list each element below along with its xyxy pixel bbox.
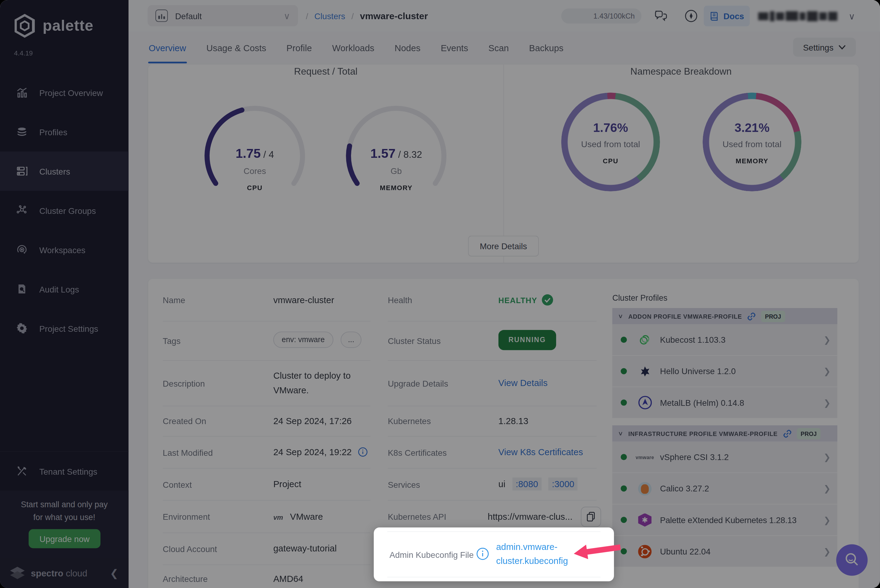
description-value: Cluster to deploy toVMware. (273, 369, 351, 398)
view-details-link[interactable]: View Details (499, 378, 548, 388)
sidebar-item-label: Cluster Groups (39, 206, 96, 215)
breadcrumb-separator: / (351, 11, 354, 20)
gauge-value: 1.75 / 4 (199, 146, 311, 161)
kubecost-icon (637, 332, 652, 347)
tab-nodes[interactable]: Nodes (394, 33, 421, 63)
palette-logo-icon (12, 14, 37, 38)
request-total-title: Request / Total (148, 66, 504, 77)
donut-label: MEMORY (703, 157, 801, 165)
copy-button[interactable] (581, 507, 601, 527)
tab-events[interactable]: Events (440, 33, 469, 63)
info-icon[interactable] (477, 548, 489, 562)
sidebar-collapse-icon[interactable]: ❮ (110, 567, 118, 579)
tag-chip: env: vmware (273, 332, 333, 348)
detail-row-upgrade-details: Upgrade Details View Details (388, 361, 597, 406)
bar-chart-icon (16, 87, 28, 99)
status-dot (621, 548, 627, 554)
profile-layer-kubecost[interactable]: Kubecost 1.103.3 ❯ (612, 324, 837, 356)
sidebar-item-cluster-groups[interactable]: Cluster Groups (0, 191, 129, 230)
user-account-name-blurred[interactable] (758, 9, 842, 22)
user-menu-chevron-icon[interactable]: ∨ (849, 11, 855, 22)
donut-percent: 1.76% (561, 121, 660, 135)
docs-button[interactable]: Docs (704, 6, 750, 26)
service-port-link[interactable]: :3000 (549, 477, 578, 490)
gauge-label: MEMORY (340, 184, 452, 192)
donut-caption: Used from total (703, 139, 801, 149)
profile-layer-metallb[interactable]: MetalLB (Helm) 0.14.8 ❯ (612, 387, 837, 418)
profile-layer-ubuntu[interactable]: Ubuntu 22.04 ❯ (612, 536, 837, 567)
kubernetes-api-value: https://vmware-clus... (488, 512, 573, 522)
view-k8s-certificates-link[interactable]: View K8s Certificates (499, 447, 583, 457)
profile-layer-calico[interactable]: Calico 3.27.2 ❯ (612, 473, 837, 504)
more-details-button[interactable]: More Details (468, 236, 539, 256)
link-icon (783, 429, 792, 438)
detail-row-cluster-status: Cluster Status RUNNING (388, 321, 597, 361)
search-fab-button[interactable] (836, 544, 868, 576)
detail-row-description: Description Cluster to deploy toVMware. (163, 361, 370, 406)
tab-backups[interactable]: Backups (528, 33, 564, 63)
gear-icon (16, 322, 28, 334)
sidebar-item-audit-logs[interactable]: Audit Logs (0, 269, 129, 309)
sidebar-item-label: Profiles (39, 127, 67, 136)
sidebar-item-workspaces[interactable]: Workspaces (0, 230, 129, 269)
promo-text: Start small and only pay for what you us… (0, 498, 129, 524)
sidebar-item-profiles[interactable]: Profiles (0, 112, 129, 152)
status-badge: RUNNING (499, 330, 556, 350)
link-icon (747, 312, 756, 321)
copy-icon (586, 512, 595, 522)
calico-icon (637, 481, 652, 496)
sidebar-item-tenant-settings[interactable]: Tenant Settings (0, 452, 129, 491)
layers-icon (16, 126, 28, 138)
tab-workloads[interactable]: Workloads (331, 33, 375, 63)
sidebar-nav: Project Overview Profiles Clusters (0, 73, 129, 348)
profile-layer-palette-extended-kubernetes[interactable]: ✱ Palette eXtended Kubernetes 1.28.13 ❯ (612, 504, 837, 536)
chevron-right-icon: ❯ (824, 398, 831, 408)
profile-layer-hello-universe[interactable]: Hello Universe 1.2.0 ❯ (612, 356, 837, 387)
tab-usage-costs[interactable]: Usage & Costs (206, 33, 267, 63)
status-dot (621, 454, 627, 460)
chevron-right-icon: ❯ (824, 515, 831, 525)
donut-label: CPU (561, 157, 660, 165)
sidebar: palette 4.4.19 Project Overview Profiles (0, 0, 129, 588)
sidebar-item-project-overview[interactable]: Project Overview (0, 73, 129, 112)
docs-label: Docs (723, 11, 744, 21)
detail-row-architecture: Architecture AMD64 (163, 565, 370, 588)
detail-row-last-modified: Last Modified 24 Sep 2024, 19:22 (163, 436, 370, 469)
tags-more-chip[interactable]: ... (341, 332, 362, 348)
upgrade-now-button[interactable]: Upgrade now (28, 529, 100, 548)
addon-profile-header[interactable]: ∨ ADDON PROFILE VMWARE-PROFILE PROJ (612, 308, 837, 324)
book-icon (709, 11, 720, 21)
chat-icon[interactable] (654, 9, 669, 26)
status-dot (621, 485, 627, 491)
network-nodes-icon (16, 204, 28, 217)
cpu-gauge: 1.75 / 4 Cores CPU (199, 100, 311, 212)
sidebar-item-project-settings[interactable]: Project Settings (0, 309, 129, 348)
chevron-down-icon: ∨ (284, 10, 290, 21)
tab-scan[interactable]: Scan (488, 33, 510, 63)
tab-overview[interactable]: Overview (148, 33, 187, 63)
detail-row-context: Context Project (163, 469, 370, 501)
infrastructure-profile-header[interactable]: ∨ INFRASTRUCTURE PROFILE VMWARE-PROFILE … (612, 425, 837, 441)
cluster-name-value: vmware-cluster (273, 295, 334, 305)
info-icon[interactable] (358, 447, 367, 457)
chevron-down-icon: ∨ (618, 430, 624, 437)
project-selector[interactable]: Default ∨ (147, 5, 298, 27)
context-value: Project (273, 479, 301, 489)
tab-profile[interactable]: Profile (286, 33, 312, 63)
breadcrumb-clusters-link[interactable]: Clusters (315, 11, 345, 20)
service-port-link[interactable]: :8080 (512, 477, 541, 490)
detail-row-services: Services ui :8080 :3000 (388, 469, 597, 501)
settings-button[interactable]: Settings (793, 38, 856, 57)
detail-row-tags: Tags env: vmware ... (163, 321, 370, 361)
compass-icon[interactable] (684, 9, 698, 25)
donut-caption: Used from total (561, 139, 660, 149)
admin-kubeconfig-download-link[interactable]: admin.vmware- cluster.kubeconfig (496, 540, 568, 568)
vmware-logo: vm (273, 513, 283, 521)
profile-layer-vsphere-csi[interactable]: vmware vSphere CSI 3.1.2 ❯ (612, 441, 837, 473)
sidebar-item-clusters[interactable]: Clusters (0, 152, 129, 191)
chevron-right-icon: ❯ (824, 366, 831, 376)
detail-row-name: Name vmware-cluster (163, 279, 370, 321)
clusters-icon (16, 165, 28, 177)
chevron-right-icon: ❯ (824, 452, 831, 462)
detail-row-cloud-account: Cloud Account gateway-tutorial (163, 533, 370, 565)
